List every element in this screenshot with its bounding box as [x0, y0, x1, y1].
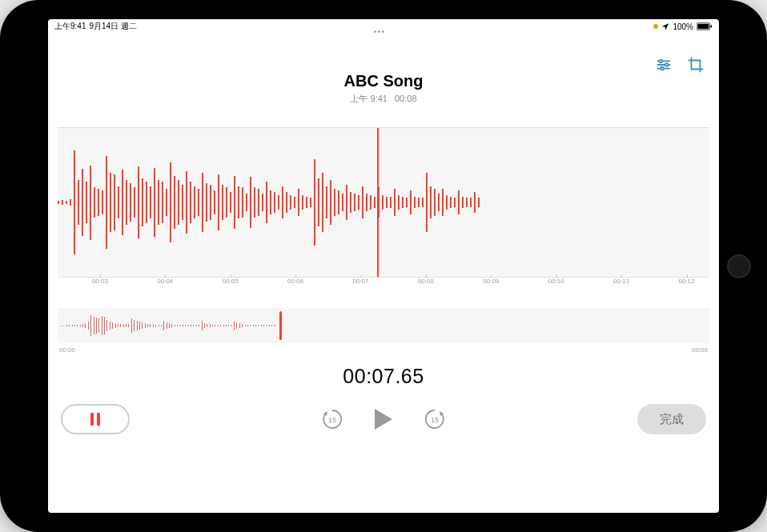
- waveform-bar-mini: [193, 325, 194, 326]
- waveform-bar-mini: [123, 324, 124, 327]
- done-button[interactable]: 完成: [637, 404, 706, 434]
- waveform-bar: [450, 197, 452, 209]
- playhead-main[interactable]: [377, 127, 379, 278]
- skip-forward-15-button[interactable]: 15: [423, 407, 447, 431]
- recording-subtitle: 上午 9:41 00:08: [58, 93, 709, 105]
- waveform-bar: [446, 195, 448, 210]
- waveform-bar-mini: [90, 315, 91, 336]
- waveform-bar-mini: [250, 325, 251, 326]
- ipad-device-frame: 上午9:41 9月14日 週二 100%: [0, 0, 767, 532]
- waveform-bar: [322, 173, 323, 232]
- waveform-bar-mini: [145, 323, 146, 327]
- pause-button[interactable]: [61, 404, 130, 434]
- waveform-bar: [210, 185, 211, 221]
- waveform-bar: [362, 186, 363, 219]
- waveform-bar: [86, 182, 87, 223]
- timeline-tick: 00:07: [352, 278, 368, 285]
- waveform-bar: [118, 186, 119, 219]
- waveform-bar-mini: [202, 321, 203, 330]
- timeline-tick: 00:11: [613, 278, 629, 285]
- waveform-bar: [150, 186, 151, 219]
- waveform-bar: [342, 194, 343, 211]
- screen: 上午9:41 9月14日 週二 100%: [48, 19, 719, 513]
- waveform-bar-mini: [131, 318, 132, 333]
- waveform-bar-mini: [110, 322, 110, 330]
- waveform-bar-mini: [104, 317, 105, 334]
- waveform-bar-mini: [161, 325, 162, 326]
- pause-icon: [90, 413, 100, 426]
- waveform-bar-mini: [63, 326, 64, 326]
- waveform-bar: [214, 190, 215, 214]
- waveform-bar: [426, 173, 428, 232]
- waveform-bar: [102, 190, 103, 214]
- timeline-tick: 00:08: [418, 278, 434, 285]
- waveform-bar: [178, 180, 179, 225]
- waveform-bar-mini: [199, 325, 199, 326]
- waveform-bar: [158, 180, 159, 225]
- waveform-bar: [186, 171, 187, 234]
- waveform-bar: [162, 182, 163, 223]
- waveform-bar-mini: [231, 325, 232, 326]
- waveform-bar-mini: [185, 325, 186, 326]
- waveform-bar: [382, 195, 384, 210]
- waveform-bar-mini: [134, 320, 135, 330]
- timeline-ruler[interactable]: 00:0300:0400:0500:0600:0700:0800:0900:10…: [58, 278, 709, 295]
- waveform-bar-mini: [245, 325, 246, 326]
- waveform-bar-mini: [163, 321, 164, 330]
- waveform-bar: [126, 180, 127, 225]
- waveform-bar-mini: [80, 325, 81, 327]
- waveform-bar: [394, 189, 396, 215]
- waveform-bar: [430, 186, 432, 219]
- waveform-bar: [226, 187, 227, 217]
- waveform-bar: [318, 178, 319, 226]
- waveform-bar: [474, 192, 476, 213]
- skip-back-15-button[interactable]: 15: [320, 407, 344, 431]
- waveform-bar: [190, 182, 191, 223]
- waveform-bar-mini: [191, 325, 191, 326]
- waveform-bar-mini: [196, 325, 197, 326]
- options-icon[interactable]: [655, 56, 673, 77]
- waveform-bar: [290, 195, 291, 210]
- waveform-bar-mini: [269, 325, 270, 326]
- svg-text:15: 15: [431, 416, 439, 424]
- crop-icon[interactable]: [687, 56, 705, 77]
- playhead-overview[interactable]: [279, 311, 282, 340]
- waveform-bar: [166, 189, 167, 215]
- waveform-main[interactable]: [58, 127, 709, 278]
- waveform-bar: [282, 186, 283, 219]
- waveform-bar: [274, 192, 275, 213]
- waveform-bar: [314, 159, 315, 246]
- recording-title[interactable]: ABC Song: [58, 72, 709, 90]
- waveform-bar: [306, 197, 307, 209]
- waveform-bar: [70, 199, 71, 205]
- waveform-bar: [138, 166, 139, 238]
- waveform-bar: [286, 192, 287, 213]
- recording-time: 上午 9:41: [350, 94, 387, 103]
- status-right: 100%: [653, 22, 713, 31]
- home-button[interactable]: [727, 254, 751, 278]
- waveform-bar-mini: [72, 325, 73, 326]
- waveform-bar: [242, 187, 243, 217]
- timeline-tick: 00:05: [223, 278, 239, 285]
- timeline-tick: 00:04: [157, 278, 173, 285]
- play-button[interactable]: [375, 409, 392, 430]
- transport-controls: 15 15: [320, 407, 447, 431]
- waveform-bar-mini: [102, 316, 102, 335]
- waveform-bar-mini: [218, 325, 219, 326]
- waveform-bar: [338, 190, 339, 214]
- svg-text:15: 15: [328, 416, 336, 424]
- waveform-bar: [202, 173, 203, 232]
- waveform-bar: [310, 198, 311, 206]
- waveform-bar-mini: [96, 318, 97, 333]
- recording-header: ABC Song 上午 9:41 00:08: [58, 72, 709, 105]
- waveform-bar-mini: [74, 325, 75, 326]
- waveform-bar: [334, 189, 335, 215]
- waveform-bar: [222, 185, 223, 221]
- timeline-tick: 00:10: [548, 278, 564, 285]
- location-icon: [661, 22, 669, 30]
- overview-start-time: 00:00: [59, 346, 75, 354]
- waveform-bar: [234, 176, 235, 230]
- waveform-bar: [170, 162, 171, 242]
- waveform-bar-mini: [242, 324, 243, 327]
- waveform-overview[interactable]: [58, 308, 709, 343]
